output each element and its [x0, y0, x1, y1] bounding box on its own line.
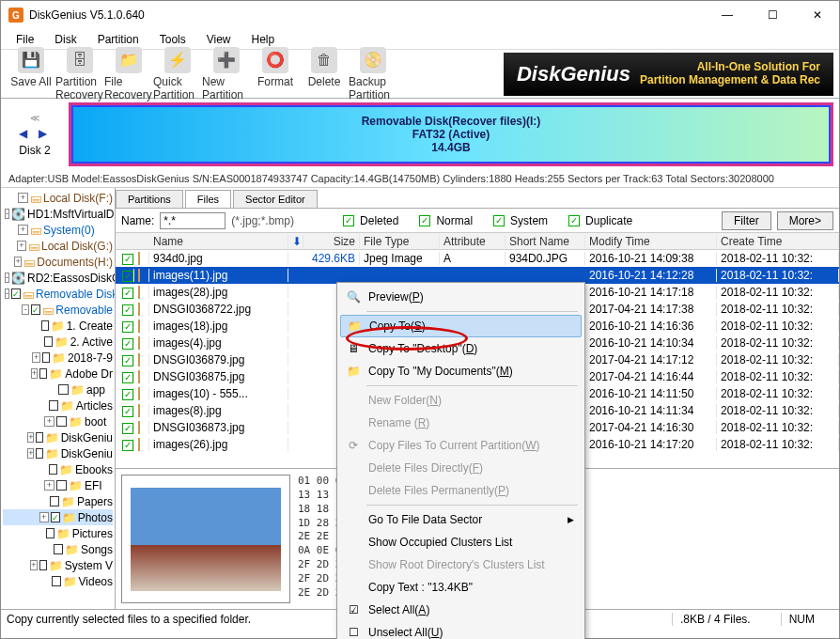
row-checkbox[interactable]: ✓: [122, 389, 133, 400]
row-checkbox[interactable]: ✓: [122, 271, 133, 282]
expand-icon[interactable]: +: [44, 480, 54, 491]
tab-files[interactable]: Files: [185, 190, 231, 208]
tree-item[interactable]: +✓📁Photos: [3, 509, 113, 525]
menu-item[interactable]: Show Occupied Clusters List: [340, 531, 582, 553]
tree-item[interactable]: +📁Adobe Dr: [3, 366, 113, 382]
minimize-button[interactable]: —: [713, 8, 741, 22]
tree-item[interactable]: 📁app: [3, 382, 113, 397]
grid-header[interactable]: Name ⬇ Size File Type Attribute Short Na…: [116, 233, 839, 250]
tree-checkbox[interactable]: [36, 448, 42, 459]
tree-item[interactable]: +🖴Local Disk(G:): [3, 238, 113, 254]
tree-item[interactable]: +📁System V: [3, 557, 113, 573]
tree-checkbox[interactable]: [50, 496, 59, 507]
row-checkbox[interactable]: ✓: [122, 372, 133, 383]
close-button[interactable]: ✕: [803, 8, 832, 22]
menu-item[interactable]: 📁Copy To(S)...: [340, 315, 582, 337]
deleted-checkbox[interactable]: ✓: [343, 215, 354, 226]
tool-partition-recovery[interactable]: 🗄Partition Recovery: [55, 47, 104, 101]
tool-quick-partition[interactable]: ⚡Quick Partition: [153, 47, 202, 101]
tool-backup-partition[interactable]: 📀Backup Partition: [349, 47, 397, 101]
expand-icon[interactable]: -: [5, 288, 9, 299]
row-checkbox[interactable]: ✓: [122, 355, 133, 366]
row-checkbox[interactable]: ✓: [122, 254, 133, 265]
tree-item[interactable]: 📁Articles: [3, 397, 113, 413]
menu-item[interactable]: ☑Select All(A): [340, 599, 582, 621]
partition-bar[interactable]: Removable Disk(Recover files)(I:) FAT32 …: [69, 102, 833, 166]
tree-item[interactable]: +📁2018-7-9: [3, 350, 113, 366]
menu-item[interactable]: 📁Copy To "My Documents"(M): [340, 360, 582, 382]
tree-item[interactable]: -✓🖴Removable: [3, 302, 113, 318]
tree-item[interactable]: -💽RD2:EassosDiskGenius: [3, 270, 113, 286]
system-checkbox[interactable]: ✓: [493, 215, 505, 226]
expand-icon[interactable]: +: [18, 225, 28, 235]
tree-item[interactable]: 📁Videos: [3, 573, 113, 589]
tree-checkbox[interactable]: [49, 464, 57, 475]
menu-item[interactable]: Go To File Data Sector▶: [340, 508, 582, 531]
menu-disk[interactable]: Disk: [45, 31, 86, 48]
menu-item[interactable]: ☐Unselect All(U): [340, 621, 582, 639]
duplicate-checkbox[interactable]: ✓: [568, 215, 580, 226]
tree-item[interactable]: 📁Papers: [3, 493, 113, 509]
expand-icon[interactable]: +: [18, 193, 28, 203]
menu-tools[interactable]: Tools: [150, 31, 195, 48]
tree-checkbox[interactable]: ✓: [11, 288, 21, 299]
tree-item[interactable]: +🖴Documents(H:): [3, 254, 113, 270]
file-row[interactable]: ✓934d0.jpg429.6KBJpeg ImageA934D0.JPG201…: [116, 250, 839, 267]
expand-icon[interactable]: +: [39, 512, 49, 522]
tree-item[interactable]: +📁EFI: [3, 477, 113, 493]
tree-checkbox[interactable]: [58, 384, 69, 395]
disk-nav-arrows[interactable]: ◀ ▶: [19, 127, 50, 140]
tool-file-recovery[interactable]: 📁File Recovery: [104, 47, 153, 101]
tree-checkbox[interactable]: [39, 560, 47, 570]
menu-file[interactable]: File: [7, 31, 43, 48]
menu-item[interactable]: 🔍Preview(P): [340, 286, 582, 308]
tree-item[interactable]: 📁Pictures: [3, 525, 113, 541]
row-checkbox[interactable]: ✓: [122, 440, 133, 451]
expand-icon[interactable]: +: [44, 416, 54, 427]
menu-item[interactable]: Copy Text : "13.4KB": [340, 576, 582, 599]
expand-icon[interactable]: +: [30, 560, 38, 570]
tool-save-all[interactable]: 💾Save All: [7, 47, 55, 101]
expand-icon[interactable]: -: [22, 304, 29, 315]
expand-icon[interactable]: +: [32, 352, 39, 363]
expand-icon[interactable]: +: [17, 241, 26, 251]
tree-checkbox[interactable]: [52, 576, 61, 586]
name-filter-input[interactable]: [160, 212, 226, 229]
row-checkbox[interactable]: ✓: [122, 288, 133, 299]
tab-partitions[interactable]: Partitions: [116, 190, 183, 208]
tree-item[interactable]: -✓🖴Removable Disk(: [3, 286, 113, 302]
expand-icon[interactable]: +: [14, 257, 22, 267]
expand-icon[interactable]: -: [5, 273, 9, 283]
tree-checkbox[interactable]: ✓: [31, 304, 40, 315]
row-checkbox[interactable]: ✓: [122, 423, 133, 434]
tree-checkbox[interactable]: ✓: [51, 512, 60, 522]
normal-checkbox[interactable]: ✓: [419, 215, 430, 226]
tree-item[interactable]: +📁DiskGeniu: [3, 445, 113, 461]
tree-checkbox[interactable]: [56, 416, 67, 427]
expand-icon[interactable]: +: [31, 368, 39, 379]
menu-view[interactable]: View: [197, 31, 241, 48]
tree-item[interactable]: +🖴System(0): [3, 222, 113, 238]
tree-item[interactable]: +🖴Local Disk(F:): [3, 190, 113, 206]
tool-new-partition[interactable]: ➕New Partition: [202, 47, 251, 101]
expand-icon[interactable]: +: [27, 448, 34, 459]
tree-item[interactable]: 📁Songs: [3, 541, 113, 557]
menu-partition[interactable]: Partition: [88, 31, 148, 48]
tree-checkbox[interactable]: [41, 320, 49, 331]
row-checkbox[interactable]: ✓: [122, 338, 133, 350]
tree-item[interactable]: -💽HD1:MsftVirtualDisk(: [3, 206, 113, 222]
expand-icon[interactable]: +: [27, 432, 34, 443]
row-checkbox[interactable]: ✓: [122, 321, 133, 333]
maximize-button[interactable]: ☐: [758, 8, 786, 22]
row-checkbox[interactable]: ✓: [122, 304, 133, 316]
expand-icon[interactable]: -: [5, 209, 9, 219]
tree-checkbox[interactable]: [39, 368, 47, 379]
tool-delete[interactable]: 🗑Delete: [300, 47, 349, 101]
tree-checkbox[interactable]: [54, 544, 63, 554]
more-button[interactable]: More>: [777, 211, 833, 230]
tree-checkbox[interactable]: [44, 336, 53, 347]
menu-help[interactable]: Help: [242, 31, 285, 48]
tree-checkbox[interactable]: [49, 400, 57, 411]
tree-item[interactable]: +📁boot: [3, 413, 113, 429]
tree-item[interactable]: +📁DiskGeniu: [3, 429, 113, 445]
